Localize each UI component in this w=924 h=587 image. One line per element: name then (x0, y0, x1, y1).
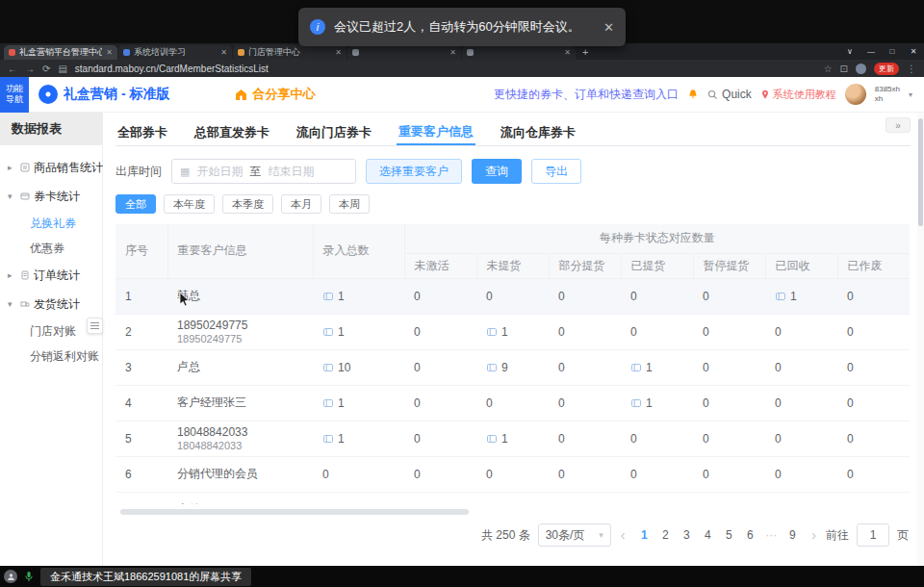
vertical-scrollbar[interactable] (917, 113, 924, 566)
count-value: 0 (414, 325, 421, 339)
tab-hq-direct-cards[interactable]: 总部直发券卡 (192, 120, 271, 145)
user-menu-caret-icon[interactable]: ▾ (909, 90, 912, 99)
table-row[interactable]: 7唐总2001801000 (116, 492, 910, 504)
window-maximize-button[interactable]: □ (882, 47, 903, 56)
prev-page-button[interactable]: ‹ (619, 527, 628, 543)
tab-close-icon[interactable]: ✕ (335, 48, 342, 57)
count-value: 0 (703, 432, 709, 446)
browser-tab[interactable]: 礼盒营销平台管理中心✕ (4, 45, 117, 60)
tab-warehouse-flow-cards[interactable]: 流向仓库券卡 (499, 120, 578, 145)
export-button[interactable]: 导出 (531, 159, 581, 184)
search-button[interactable]: 查询 (472, 159, 522, 184)
chip-this-quarter[interactable]: 本季度 (222, 194, 273, 214)
browser-tab[interactable]: ✕ (347, 45, 461, 60)
user-names: 8385xh xh (875, 85, 900, 104)
sidebar-item-discount-coupon[interactable]: 优惠券 (0, 236, 102, 261)
tab-all-cards[interactable]: 全部券卡 (116, 120, 169, 145)
count-value: 1 (338, 396, 345, 410)
tab-close-icon[interactable]: ✕ (106, 48, 113, 57)
table-row[interactable]: 5180488420331804884203310100000 (116, 421, 910, 456)
browser-tab[interactable]: ✕ (462, 45, 576, 60)
date-range-input[interactable]: ▦ 开始日期 至 结束日期 (171, 159, 356, 184)
back-icon[interactable]: ← (8, 64, 17, 74)
count-value: 0 (486, 396, 493, 410)
tutorial-link[interactable]: 系统使用教程 (760, 88, 836, 102)
count-value: 0 (558, 361, 565, 374)
sidebar-item-distribution-rebate[interactable]: 分销返利对账 (0, 344, 102, 369)
window-close-button[interactable]: ✕ (903, 47, 924, 56)
window-minimize-button[interactable]: — (860, 47, 882, 56)
goto-page-input[interactable]: 1 (857, 523, 889, 547)
sidebar-item-exchange-coupon[interactable]: 兑换礼券 (0, 211, 102, 236)
search-icon (707, 89, 718, 100)
screenshare-bar: 金禾通技术王斌18662591081的屏幕共享 (0, 566, 924, 587)
table-row[interactable]: 6分销代理的会员00000000 (116, 456, 910, 492)
card-count-icon (322, 362, 334, 373)
table-row[interactable]: 3卢总100901000 (116, 349, 910, 385)
pager-page[interactable]: 1 (634, 523, 654, 547)
browser-update-badge[interactable]: 更新 (874, 63, 899, 75)
caret-right-icon: ▸ (8, 163, 16, 172)
count-cell: 0 (837, 314, 910, 349)
toast-close-icon[interactable]: ✕ (603, 20, 614, 35)
microphone-icon[interactable] (23, 571, 35, 582)
browser-tab[interactable]: 系统培训学习✕ (118, 45, 232, 60)
pager-page[interactable]: 5 (719, 523, 738, 547)
browser-menu-icon[interactable]: ⋮ (907, 64, 916, 74)
brand[interactable]: 礼盒营销 - 标准版 (38, 85, 169, 104)
count-value: 0 (775, 503, 782, 505)
customer-name: 18048842033 (177, 425, 303, 439)
page-info-icon[interactable]: ▤ (58, 64, 66, 74)
tab-close-icon[interactable]: ✕ (220, 48, 227, 57)
extensions-icon[interactable]: ⊡ (840, 64, 848, 74)
pager-page[interactable]: 3 (677, 523, 696, 547)
tab-search-icon[interactable]: ∨ (839, 47, 860, 56)
chip-all[interactable]: 全部 (116, 194, 156, 214)
pager-page[interactable]: 9 (783, 523, 802, 547)
tab-store-flow-cards[interactable]: 流向门店券卡 (295, 120, 373, 145)
count-value: 1 (790, 290, 797, 303)
card-count-icon (486, 326, 498, 338)
chip-this-week[interactable]: 本周 (329, 194, 370, 214)
table-row[interactable]: 1韩总10000010 (116, 278, 910, 314)
caret-right-icon: ▸ (8, 270, 16, 280)
pager-page[interactable]: 6 (740, 523, 759, 547)
count-cell: 0 (621, 314, 693, 349)
count-cell: 0 (313, 456, 404, 492)
browser-profile-avatar[interactable] (856, 64, 866, 74)
sidebar-item-card-stats[interactable]: ▾ 券卡统计 (0, 182, 102, 211)
page-size-select[interactable]: 30条/页 ▾ (538, 523, 611, 547)
count-value: 0 (414, 290, 421, 303)
sidebar-collapse-handle[interactable] (87, 318, 103, 334)
quick-search[interactable]: Quick (707, 88, 752, 101)
vertical-scrollbar-thumb[interactable] (918, 118, 923, 226)
reload-icon[interactable]: ⟳ (42, 64, 50, 74)
horizontal-scrollbar[interactable] (120, 509, 469, 515)
next-page-button[interactable]: › (809, 527, 818, 543)
pager-page[interactable]: 4 (698, 523, 717, 547)
chip-this-month[interactable]: 本月 (281, 194, 321, 214)
sidebar-item-shipping-stats[interactable]: ▾ 发货统计 (0, 290, 102, 319)
browser-tab[interactable]: 门店管理中心✕ (233, 45, 346, 60)
function-nav-button[interactable]: 功能 导航 (0, 77, 29, 113)
sidebar-item-order-stats[interactable]: ▸ 订单统计 (0, 261, 102, 290)
period-chips: 全部 本年度 本季度 本月 本周 (116, 194, 911, 214)
tab-important-customers[interactable]: 重要客户信息 (397, 120, 475, 145)
sidebar-item-product-sales[interactable]: ▸ 商品销售统计 (0, 153, 102, 182)
count-cell: 0 (837, 492, 910, 504)
forward-icon[interactable]: → (25, 64, 35, 74)
select-customer-button[interactable]: 选择重要客户 (366, 159, 462, 184)
pager-page[interactable]: 2 (655, 523, 675, 547)
panel-collapse-button[interactable]: » (886, 117, 911, 133)
new-tab-button[interactable]: + (582, 45, 588, 60)
share-center-link[interactable]: 合分享中心 (235, 86, 315, 103)
tab-close-icon[interactable]: ✕ (449, 48, 456, 57)
tab-close-icon[interactable]: ✕ (564, 48, 571, 57)
count-cell: 0 (404, 314, 476, 349)
user-avatar[interactable] (845, 84, 866, 105)
table-row[interactable]: 2189502497751895024977510100000 (116, 314, 910, 349)
table-row[interactable]: 4客户经理张三10001000 (116, 385, 910, 421)
url-text[interactable]: standard.maboy.cn/CardMemberStatisticsLi… (75, 64, 269, 74)
chip-this-year[interactable]: 本年度 (164, 194, 215, 214)
bookmark-star-icon[interactable]: ☆ (824, 64, 833, 74)
